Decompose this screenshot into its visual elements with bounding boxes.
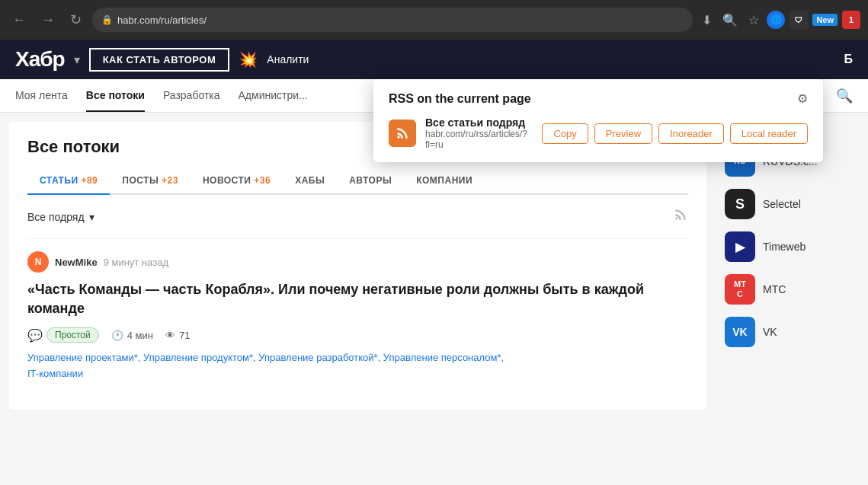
nav-icon: 💥 <box>239 50 258 69</box>
filter-row: Все подряд ▾ <box>27 207 688 226</box>
tab-hubs[interactable]: ХАБЫ <box>283 169 337 195</box>
read-time: 4 мин <box>127 330 153 341</box>
blog-logo-timeweb: ▶ <box>725 231 755 262</box>
browser-toolbar: ⬇ 🔍 ☆ 🌐 🛡 New 1 <box>699 10 860 30</box>
back-button[interactable]: ← <box>8 9 30 31</box>
tag-personnel[interactable]: Управление персоналом* <box>383 352 501 363</box>
header-right-btn[interactable]: Б <box>844 53 854 66</box>
svg-point-1 <box>675 217 677 219</box>
views-stat: 👁 71 <box>165 330 190 341</box>
browser-chrome: ← → ↻ 🔒 habr.com/ru/articles/ ⬇ 🔍 ☆ 🌐 🛡 … <box>0 0 868 40</box>
nav-item-admin[interactable]: Администри... <box>239 80 308 112</box>
rss-feed-name: Все статьи подряд <box>425 116 533 129</box>
refresh-button[interactable]: ↻ <box>66 8 86 31</box>
cta-button[interactable]: КАК СТАТЬ АВТОРОМ <box>89 48 230 72</box>
main-layout: Все потоки СТАТЬИ +89 ПОСТЫ +23 НОВОСТИ … <box>0 113 868 485</box>
level-badge: Простой <box>46 327 99 343</box>
content-panel: Все потоки СТАТЬИ +89 ПОСТЫ +23 НОВОСТИ … <box>9 122 706 410</box>
search-icon[interactable]: 🔍 <box>836 88 853 104</box>
article-tags: Управление проектами*, Управление продук… <box>27 350 688 382</box>
forward-button[interactable]: → <box>37 9 59 31</box>
blog-logo-vk: VK <box>725 317 755 347</box>
blog-logo-selectel: S <box>725 189 755 219</box>
article-author[interactable]: NewMike <box>55 257 98 268</box>
download-icon[interactable]: ⬇ <box>699 10 715 30</box>
chevron-down-icon: ▾ <box>89 211 94 223</box>
tag-dev[interactable]: Управление разработкой* <box>258 352 377 363</box>
difficulty-stat: 💬 Простой <box>27 327 99 343</box>
tab-posts[interactable]: ПОСТЫ +23 <box>110 169 191 195</box>
rss-feed-row: Все статьи подряд habr.com/ru/rss/articl… <box>389 116 808 150</box>
tab-companies[interactable]: КОМПАНИИ <box>404 169 485 195</box>
copy-button[interactable]: Copy <box>542 123 588 144</box>
nav-item-dev[interactable]: Разработка <box>163 80 220 112</box>
svg-point-0 <box>397 136 399 138</box>
article-title[interactable]: «Часть Команды — часть Корабля». Или поч… <box>27 280 688 318</box>
filter-select[interactable]: Все подряд ▾ <box>27 211 94 223</box>
rss-popup-header: RSS on the current page ⚙ <box>389 91 808 106</box>
blog-item-timeweb[interactable]: ▶ Timeweb <box>716 225 868 268</box>
clock-icon: 🕐 <box>111 330 123 341</box>
article-stats: 💬 Простой 🕐 4 мин 👁 71 <box>27 327 688 343</box>
blog-item-selectel[interactable]: S Selectel <box>716 183 868 225</box>
rss-feed-url: habr.com/ru/rss/articles/?fl=ru <box>425 129 533 150</box>
rss-small-icon[interactable] <box>673 207 688 226</box>
views-count: 71 <box>179 330 190 341</box>
rss-settings-button[interactable]: ⚙ <box>797 91 808 106</box>
article-card: N NewMike 9 минут назад «Часть Команды —… <box>27 238 688 394</box>
blog-logo-mts: МТС <box>725 274 755 305</box>
rss-feed-info: Все статьи подряд habr.com/ru/rss/articl… <box>425 116 533 150</box>
blog-name-mts: МТС <box>763 283 786 295</box>
filter-label: Все подряд <box>27 211 85 223</box>
rss-popup: RSS on the current page ⚙ Все статьи под… <box>373 79 823 162</box>
tab-news[interactable]: НОВОСТИ +36 <box>191 169 283 195</box>
star-icon[interactable]: ☆ <box>745 10 762 30</box>
zoom-icon[interactable]: 🔍 <box>719 10 741 30</box>
tab-authors[interactable]: АВТОРЫ <box>337 169 404 195</box>
blog-name-selectel: Selectel <box>763 198 801 210</box>
ext-globe-icon[interactable]: 🌐 <box>767 11 785 29</box>
time-stat: 🕐 4 мин <box>111 330 153 341</box>
ext-new-button[interactable]: New <box>812 14 838 26</box>
tag-projects[interactable]: Управление проектами* <box>27 352 138 363</box>
avatar: N <box>27 251 49 273</box>
ext-shield-icon[interactable]: 🛡 <box>790 11 808 29</box>
logo-chevron[interactable]: ▾ <box>74 53 80 67</box>
eye-icon: 👁 <box>165 330 175 341</box>
site-header: Хабр ▾ КАК СТАТЬ АВТОРОМ 💥 Аналити Б <box>0 40 868 79</box>
sidebar: ЛУЧШИЕ БЛОГИ RU RUVDS.c... S Selectel ▶ … <box>716 113 868 485</box>
address-text: habr.com/ru/articles/ <box>117 14 207 26</box>
preview-button[interactable]: Preview <box>594 123 652 144</box>
site-logo: Хабр <box>15 47 65 72</box>
rss-popup-title: RSS on the current page <box>389 92 531 106</box>
category-tabs: СТАТЬИ +89 ПОСТЫ +23 НОВОСТИ +36 ХАБЫ АВ… <box>27 169 688 195</box>
blog-name-vk: VK <box>763 326 777 338</box>
analytics-label: Аналити <box>267 53 309 65</box>
blog-item-vk[interactable]: VK VK <box>716 311 868 353</box>
rss-feed-icon <box>389 120 416 147</box>
address-bar[interactable]: 🔒 habr.com/ru/articles/ <box>92 8 693 32</box>
local-reader-button[interactable]: Local reader <box>730 123 808 144</box>
blog-name-timeweb: Timeweb <box>763 241 806 253</box>
rss-feed-actions: Copy Preview Inoreader Local reader <box>542 123 808 144</box>
nav-item-my-feed[interactable]: Моя лента <box>15 80 68 112</box>
tag-product[interactable]: Управление продуктом* <box>143 352 253 363</box>
blog-item-mts[interactable]: МТС МТС <box>716 268 868 311</box>
nav-item-all-streams[interactable]: Все потоки <box>86 80 145 112</box>
lock-icon: 🔒 <box>101 14 113 25</box>
main-content: Все потоки СТАТЬИ +89 ПОСТЫ +23 НОВОСТИ … <box>0 113 716 485</box>
tag-it[interactable]: IT-компании <box>27 368 83 379</box>
tab-articles[interactable]: СТАТЬИ +89 <box>27 169 110 195</box>
article-meta: N NewMike 9 минут назад <box>27 251 688 273</box>
ext-red-button[interactable]: 1 <box>842 11 860 29</box>
article-time: 9 минут назад <box>104 257 168 268</box>
inoreader-button[interactable]: Inoreader <box>658 123 724 144</box>
